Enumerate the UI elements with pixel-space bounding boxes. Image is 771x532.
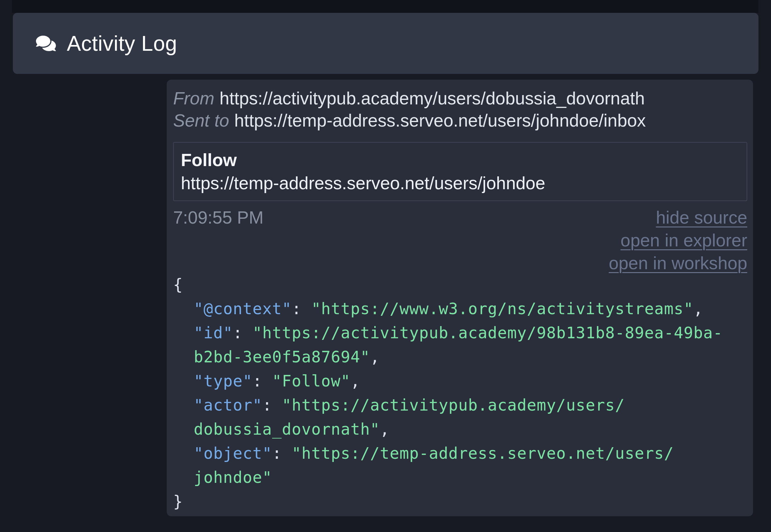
code-token: :	[233, 324, 253, 342]
timestamp-and-actions-row: 7:09:55 PM hide sourceopen in explorerop…	[173, 206, 747, 275]
code-line: dobussia_dovornath",	[173, 417, 747, 441]
code-line: "type": "Follow",	[173, 369, 747, 393]
code-line: johndoe"	[173, 465, 747, 490]
code-token: "actor"	[194, 396, 262, 414]
code-token: "@context"	[194, 300, 292, 318]
sent-to-label: Sent to	[173, 111, 229, 130]
from-line: Fromhttps://activitypub.academy/users/do…	[173, 87, 747, 110]
code-token: "type"	[194, 372, 253, 390]
code-token: "https://www.w3.org/ns/activitystreams"	[311, 300, 694, 318]
timestamp: 7:09:55 PM	[173, 206, 263, 229]
code-line: b2bd-3ee0f5a87694",	[173, 345, 747, 369]
code-token: ,	[370, 348, 380, 366]
activity-log-header: Activity Log	[13, 13, 758, 74]
from-label: From	[173, 88, 214, 108]
activity-source-json: {"@context": "https://www.w3.org/ns/acti…	[173, 273, 747, 514]
code-token: "id"	[194, 324, 233, 342]
code-line: "object": "https://temp-address.serveo.n…	[173, 441, 747, 465]
code-token: "https://activitypub.academy/users/	[282, 396, 625, 414]
open-in-explorer-link[interactable]: open in explorer	[621, 229, 747, 252]
code-token: b2bd-3ee0f5a87694"	[194, 348, 370, 366]
code-token: dobussia_dovornath"	[194, 420, 380, 439]
code-token: :	[253, 372, 272, 390]
action-links: hide sourceopen in exploreropen in works…	[609, 206, 747, 275]
code-token: ,	[350, 372, 360, 390]
code-line: }	[173, 490, 747, 514]
code-token: :	[292, 300, 311, 318]
code-token: :	[262, 396, 282, 414]
sent-to-url: https://temp-address.serveo.net/users/jo…	[234, 111, 646, 130]
sent-to-line: Sent tohttps://temp-address.serveo.net/u…	[173, 110, 747, 132]
code-token: johndoe"	[194, 468, 272, 487]
top-strip	[12, 0, 758, 13]
code-token: ,	[380, 420, 390, 439]
panel-title: Activity Log	[67, 31, 177, 56]
code-line: {	[173, 273, 747, 297]
code-token: "object"	[194, 444, 272, 463]
comments-icon	[36, 34, 56, 52]
from-url: https://activitypub.academy/users/dobuss…	[219, 88, 645, 108]
activity-target-url: https://temp-address.serveo.net/users/jo…	[181, 172, 740, 195]
activity-summary-box: Follow https://temp-address.serveo.net/u…	[173, 142, 747, 201]
code-token: :	[272, 444, 292, 463]
code-token: ,	[694, 300, 704, 318]
code-line: "id": "https://activitypub.academy/98b13…	[173, 321, 747, 345]
code-token: }	[173, 492, 183, 511]
code-token: "https://temp-address.serveo.net/users/	[292, 444, 674, 463]
open-in-workshop-link[interactable]: open in workshop	[609, 252, 747, 275]
page: { "header": { "title": "Activity Log", "…	[0, 0, 771, 532]
code-token: {	[173, 276, 183, 294]
activity-entry-card: Fromhttps://activitypub.academy/users/do…	[167, 80, 753, 516]
activity-type: Follow	[181, 148, 740, 172]
code-token: "Follow"	[272, 372, 350, 390]
code-line: "@context": "https://www.w3.org/ns/activ…	[173, 297, 747, 321]
code-token: "https://activitypub.academy/98b131b8-89…	[253, 324, 723, 342]
code-line: "actor": "https://activitypub.academy/us…	[173, 393, 747, 417]
hide-source-link[interactable]: hide source	[656, 206, 747, 229]
